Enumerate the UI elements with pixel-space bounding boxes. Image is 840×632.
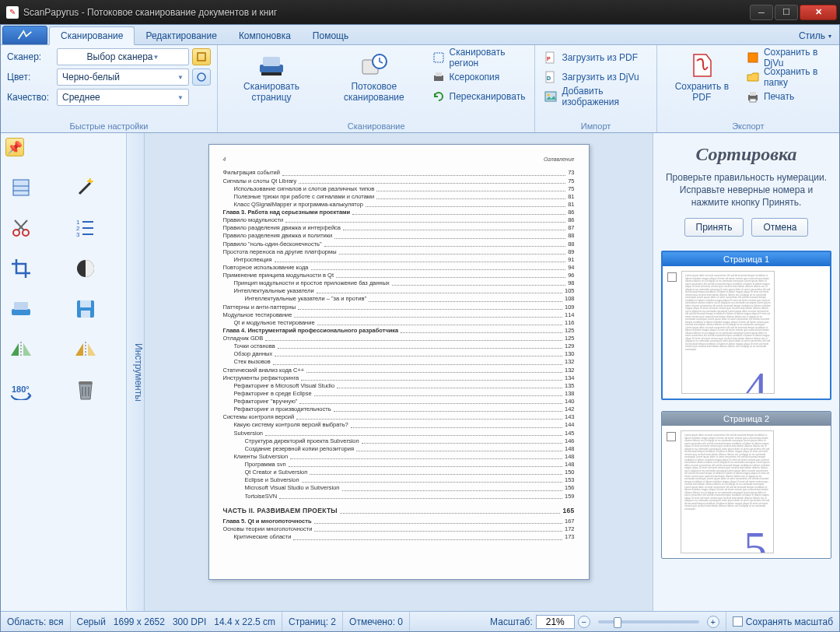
- group-title-import: Импорт: [541, 120, 649, 131]
- tab-edit[interactable]: Редактирование: [135, 27, 227, 44]
- svg-rect-4: [261, 72, 282, 75]
- import-pdf-button[interactable]: PЗагрузить из PDF: [541, 48, 649, 67]
- import-djvu-button[interactable]: DЗагрузить из DjVu: [541, 68, 649, 86]
- group-title-export: Экспорт: [663, 120, 833, 131]
- print-icon: [747, 90, 759, 103]
- color-settings-button[interactable]: [192, 68, 211, 86]
- add-images-button[interactable]: Добавить изображения: [541, 87, 649, 106]
- svg-rect-28: [14, 302, 28, 310]
- page-thumbnail[interactable]: Страница 2Lorem ipsum dolor sit amet con…: [661, 411, 831, 559]
- sorting-hint: Проверьте правильность нумерации. Исправ…: [661, 171, 831, 209]
- save-zoom-checkbox[interactable]: [733, 616, 743, 627]
- color-dropdown[interactable]: Черно-белый: [57, 68, 189, 86]
- svg-rect-27: [12, 309, 30, 315]
- region-icon: [432, 51, 445, 64]
- page-thumbnail[interactable]: Страница 1Lorem ipsum dolor sit amet con…: [661, 251, 831, 400]
- status-marked: Отмечено: 0: [343, 612, 410, 631]
- tool-delete[interactable]: [70, 374, 101, 406]
- svg-text:180°: 180°: [12, 384, 30, 394]
- photocopy-button[interactable]: Ксерокопия: [429, 68, 529, 86]
- svg-rect-33: [79, 381, 93, 384]
- maximize-button[interactable]: ☐: [775, 5, 798, 20]
- app-menu-button[interactable]: [2, 26, 47, 44]
- group-import: PЗагрузить из PDF DЗагрузить из DjVu Доб…: [535, 45, 656, 132]
- tool-save[interactable]: [70, 293, 101, 325]
- pdf-icon: P: [544, 51, 557, 64]
- thumb-checkbox[interactable]: [667, 432, 676, 441]
- svg-point-15: [548, 94, 550, 97]
- group-title-quick: Быстрые настройки: [7, 120, 211, 131]
- print-button[interactable]: Печать: [744, 87, 833, 106]
- svg-rect-3: [263, 57, 280, 66]
- save-djvu-button[interactable]: Сохранить в DjVu: [744, 48, 833, 67]
- image-icon: [544, 90, 557, 103]
- tool-contrast[interactable]: [70, 253, 101, 284]
- svg-rect-8: [434, 75, 443, 81]
- accept-button[interactable]: Принять: [684, 218, 744, 237]
- tool-scanner[interactable]: [5, 293, 37, 325]
- page-preview-viewport[interactable]: 4Оглавление Фильтрация событий73Сигналы …: [145, 133, 653, 611]
- save-folder-button[interactable]: Сохранить в папку: [744, 68, 833, 86]
- printer-icon: [432, 71, 445, 83]
- scanner-settings-button[interactable]: [192, 48, 211, 65]
- window-titlebar: ✎ ScanPapyrus - Потоковое сканирование д…: [0, 0, 840, 24]
- zoom-slider[interactable]: [598, 620, 699, 623]
- tab-layout[interactable]: Компоновка: [228, 27, 302, 44]
- tool-magic-wand[interactable]: [70, 172, 101, 203]
- svg-rect-19: [750, 99, 756, 102]
- svg-point-1: [198, 73, 205, 81]
- svg-rect-14: [545, 92, 556, 101]
- djvu-icon: D: [544, 71, 557, 83]
- group-title-scan: Сканирование: [224, 120, 528, 131]
- refresh-icon: [432, 90, 445, 103]
- svg-rect-30: [80, 300, 91, 307]
- side-tab-tools[interactable]: Инструменты: [126, 133, 144, 611]
- thumb-checkbox[interactable]: [667, 272, 677, 282]
- group-export: Сохранить в PDF Сохранить в DjVu Сохрани…: [657, 45, 839, 132]
- scan-page-button[interactable]: Сканировать страницу: [224, 48, 319, 106]
- tool-list[interactable]: 123: [70, 212, 101, 244]
- app-icon: ✎: [6, 6, 19, 19]
- cancel-button[interactable]: Отмена: [751, 218, 808, 237]
- tool-crop[interactable]: [5, 253, 37, 284]
- pdf-large-icon: [688, 51, 716, 79]
- zoom-out-button[interactable]: −: [578, 616, 590, 628]
- tool-flip-v[interactable]: [70, 334, 101, 365]
- scan-region-button[interactable]: Сканировать регион: [429, 48, 529, 67]
- ribbon-tabs: Сканирование Редактирование Компоновка П…: [1, 25, 839, 45]
- tool-cut[interactable]: [5, 212, 37, 244]
- close-button[interactable]: ✕: [800, 5, 837, 20]
- tab-help[interactable]: Помощь: [302, 27, 359, 44]
- rescan-button[interactable]: Пересканировать: [429, 87, 529, 106]
- svg-text:3: 3: [76, 231, 80, 238]
- svg-rect-31: [81, 311, 90, 318]
- quality-dropdown[interactable]: Среднее: [57, 89, 189, 106]
- save-pdf-button[interactable]: Сохранить в PDF: [663, 48, 740, 106]
- style-menu[interactable]: Стиль▾: [791, 27, 839, 44]
- svg-text:P: P: [547, 56, 551, 61]
- tool-flip-h[interactable]: [5, 334, 37, 365]
- tool-rotate-180[interactable]: 180°: [5, 374, 37, 406]
- status-area: Область: вся: [1, 612, 71, 631]
- tool-scan-settings[interactable]: [5, 172, 37, 203]
- status-bar: Область: вся Серый 1699 x 2652 300 DPI 1…: [1, 611, 839, 631]
- zoom-input[interactable]: [536, 615, 575, 629]
- color-label: Цвет:: [7, 72, 54, 83]
- scanner-dropdown[interactable]: Выбор сканера: [57, 48, 189, 65]
- status-pages: Страниц: 2: [282, 612, 343, 631]
- group-scan: Сканировать страницу Потоковое сканирова…: [218, 45, 535, 132]
- status-save-zoom[interactable]: Сохранять масштаб: [726, 612, 839, 631]
- minimize-button[interactable]: ─: [750, 5, 773, 20]
- djvu-save-icon: [747, 51, 759, 64]
- batch-scan-button[interactable]: Потоковое сканирование: [322, 48, 425, 106]
- tool-pane: 📌 123 180° Инструменты: [1, 133, 145, 611]
- ribbon-body: Сканер: Выбор сканера Цвет: Черно-белый …: [1, 45, 839, 133]
- svg-rect-0: [198, 53, 205, 61]
- folder-icon: [747, 71, 759, 83]
- tab-scan[interactable]: Сканирование: [49, 26, 135, 45]
- page-preview: 4Оглавление Фильтрация событий73Сигналы …: [208, 144, 590, 580]
- svg-rect-18: [750, 92, 756, 96]
- pin-button[interactable]: 📌: [5, 138, 24, 156]
- sorting-title: Сортировка: [661, 144, 831, 165]
- zoom-in-button[interactable]: +: [707, 616, 719, 628]
